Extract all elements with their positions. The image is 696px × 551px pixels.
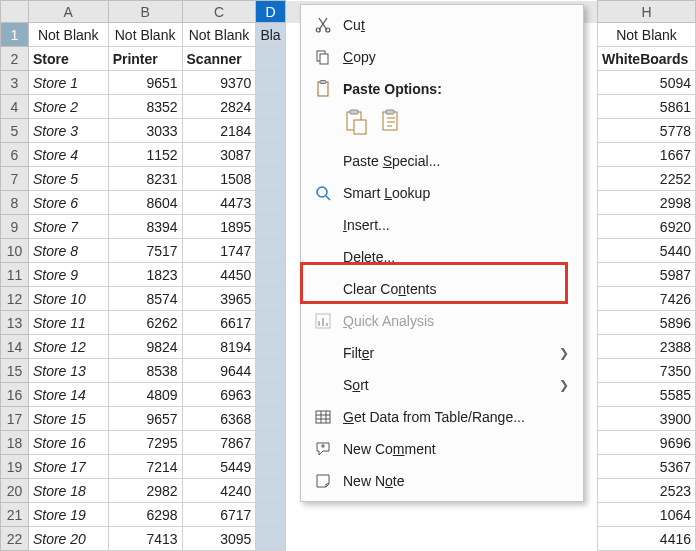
cell[interactable]: 7350	[598, 359, 696, 383]
menu-copy[interactable]: Copy	[301, 41, 583, 73]
row-header[interactable]: 1	[1, 23, 29, 47]
select-all-corner[interactable]	[1, 1, 29, 23]
cell[interactable]: WhiteBoards	[598, 47, 696, 71]
cell[interactable]: 1152	[108, 143, 182, 167]
cell[interactable]: 8604	[108, 191, 182, 215]
cell[interactable]	[256, 527, 285, 551]
cell[interactable]	[256, 71, 285, 95]
cell[interactable]: 3095	[182, 527, 256, 551]
cell[interactable]: 6963	[182, 383, 256, 407]
row-header[interactable]: 5	[1, 119, 29, 143]
cell[interactable]: 5778	[598, 119, 696, 143]
cell[interactable]: 9370	[182, 71, 256, 95]
cell[interactable]: Store 16	[28, 431, 108, 455]
row-header[interactable]: 4	[1, 95, 29, 119]
cell[interactable]: 5896	[598, 311, 696, 335]
cell[interactable]	[256, 335, 285, 359]
cell[interactable]: 9651	[108, 71, 182, 95]
cell[interactable]: 6368	[182, 407, 256, 431]
cell[interactable]: 7295	[108, 431, 182, 455]
cell[interactable]: Store 2	[28, 95, 108, 119]
menu-smart-lookup[interactable]: Smart Lookup	[301, 177, 583, 209]
cell[interactable]: 9696	[598, 431, 696, 455]
row-header[interactable]: 11	[1, 263, 29, 287]
cell[interactable]	[256, 455, 285, 479]
paste-values-icon[interactable]	[381, 109, 403, 135]
col-header-D[interactable]: D	[256, 1, 285, 23]
cell[interactable]: 8352	[108, 95, 182, 119]
cell[interactable]: Store 3	[28, 119, 108, 143]
cell[interactable]	[256, 287, 285, 311]
cell[interactable]: Store 5	[28, 167, 108, 191]
cell[interactable]: Bla	[256, 23, 285, 47]
cell[interactable]: 6717	[182, 503, 256, 527]
cell[interactable]: Store 19	[28, 503, 108, 527]
cell[interactable]: 5861	[598, 95, 696, 119]
cell[interactable]	[256, 431, 285, 455]
menu-get-data[interactable]: Get Data from Table/Range...	[301, 401, 583, 433]
row-header[interactable]: 18	[1, 431, 29, 455]
cell[interactable]	[256, 191, 285, 215]
col-header-A[interactable]: A	[28, 1, 108, 23]
cell[interactable]: 5094	[598, 71, 696, 95]
cell[interactable]: 8538	[108, 359, 182, 383]
cell[interactable]: 6617	[182, 311, 256, 335]
cell[interactable]: 9657	[108, 407, 182, 431]
cell[interactable]: Store 9	[28, 263, 108, 287]
row-header[interactable]: 17	[1, 407, 29, 431]
cell[interactable]	[256, 503, 285, 527]
row-header[interactable]: 13	[1, 311, 29, 335]
col-header-B[interactable]: B	[108, 1, 182, 23]
row-header[interactable]: 16	[1, 383, 29, 407]
cell[interactable]	[256, 143, 285, 167]
cell[interactable]	[256, 311, 285, 335]
cell[interactable]: 5440	[598, 239, 696, 263]
cell[interactable]: 2523	[598, 479, 696, 503]
cell[interactable]: 4473	[182, 191, 256, 215]
cell[interactable]: 7413	[108, 527, 182, 551]
row-header[interactable]: 19	[1, 455, 29, 479]
cell[interactable]: Store 10	[28, 287, 108, 311]
row-header[interactable]: 9	[1, 215, 29, 239]
cell[interactable]	[256, 119, 285, 143]
cell[interactable]: 2252	[598, 167, 696, 191]
cell[interactable]: Store 12	[28, 335, 108, 359]
cell[interactable]: 6298	[108, 503, 182, 527]
row-header[interactable]: 14	[1, 335, 29, 359]
cell[interactable]: 9644	[182, 359, 256, 383]
col-header-H[interactable]: H	[598, 1, 696, 23]
cell[interactable]: Store 17	[28, 455, 108, 479]
cell[interactable]: 7426	[598, 287, 696, 311]
cell[interactable]: Store 20	[28, 527, 108, 551]
cell[interactable]: 9824	[108, 335, 182, 359]
cell[interactable]: Printer	[108, 47, 182, 71]
cell[interactable]: Store 15	[28, 407, 108, 431]
table-row[interactable]: 21Store 19629867171064	[1, 503, 696, 527]
cell[interactable]: 7214	[108, 455, 182, 479]
row-header[interactable]: 22	[1, 527, 29, 551]
cell[interactable]: 5585	[598, 383, 696, 407]
menu-sort[interactable]: Sort ❯	[301, 369, 583, 401]
cell[interactable]: 4416	[598, 527, 696, 551]
menu-delete[interactable]: Delete...	[301, 241, 583, 273]
cell[interactable]: 7867	[182, 431, 256, 455]
cell[interactable]: 1064	[598, 503, 696, 527]
cell[interactable]: 8194	[182, 335, 256, 359]
cell[interactable]: Store	[28, 47, 108, 71]
cell[interactable]: 5367	[598, 455, 696, 479]
cell[interactable]	[256, 167, 285, 191]
cell[interactable]: 1823	[108, 263, 182, 287]
cell[interactable]: Store 14	[28, 383, 108, 407]
cell[interactable]: Store 7	[28, 215, 108, 239]
cell[interactable]: 3033	[108, 119, 182, 143]
row-header[interactable]: 6	[1, 143, 29, 167]
cell[interactable]: 2824	[182, 95, 256, 119]
cell[interactable]: 1747	[182, 239, 256, 263]
row-header[interactable]: 20	[1, 479, 29, 503]
cell[interactable]: 2184	[182, 119, 256, 143]
cell[interactable]: Store 1	[28, 71, 108, 95]
cell[interactable]	[256, 47, 285, 71]
row-header[interactable]: 12	[1, 287, 29, 311]
row-header[interactable]: 15	[1, 359, 29, 383]
row-header[interactable]: 7	[1, 167, 29, 191]
